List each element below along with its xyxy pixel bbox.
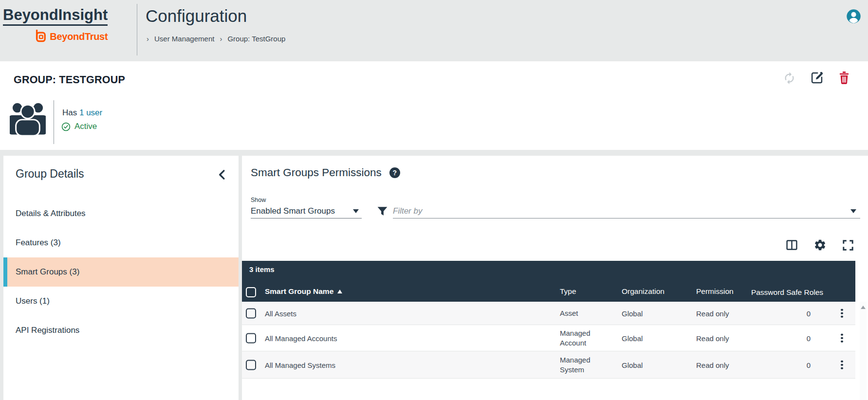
select-all-checkbox[interactable] <box>246 287 256 297</box>
column-header-type[interactable]: Type <box>560 287 576 296</box>
edit-group-icon[interactable] <box>810 71 824 85</box>
row-menu-kebab-icon[interactable] <box>839 358 845 371</box>
has-label: Has <box>62 108 77 117</box>
delete-group-icon[interactable] <box>838 71 850 85</box>
breadcrumb: › User Management › Group: TestGroup <box>147 35 285 43</box>
grid-settings-gear-icon[interactable] <box>813 238 827 252</box>
breadcrumb-group-testgroup: Group: TestGroup <box>227 35 285 43</box>
grid-scrollbar[interactable] <box>860 302 867 400</box>
beyondinsight-app: BeyondInsight BeyondTrust Configuration … <box>0 0 868 400</box>
show-label: Show <box>251 197 266 203</box>
scroll-up-icon[interactable] <box>861 306 866 309</box>
sidebar-item-smart-groups[interactable]: Smart Groups (3) <box>3 257 239 287</box>
sidebar-item-label: Details & Attributes <box>16 209 86 218</box>
row-checkbox[interactable] <box>246 333 256 343</box>
breadcrumb-chevron-icon: › <box>147 35 149 43</box>
group-details-panel: Group Details Details & Attributes Featu… <box>3 156 239 400</box>
row-menu-kebab-icon[interactable] <box>839 331 845 345</box>
cell-type: Asset <box>560 309 605 318</box>
cell-permission: Read only <box>696 334 729 342</box>
chevron-down-icon[interactable] <box>850 209 856 213</box>
beyondtrust-logo-icon <box>35 29 46 45</box>
group-status: Active <box>61 122 97 131</box>
header-divider <box>137 4 137 55</box>
grid-toolbar <box>785 238 854 252</box>
page-title: Configuration <box>146 6 247 26</box>
smart-groups-permissions-panel: Smart Groups Permissions ? Show Enabled … <box>242 156 868 400</box>
cell-type: Managed System <box>560 355 605 375</box>
product-home-link[interactable]: BeyondInsight <box>3 6 108 26</box>
group-actions <box>783 71 850 85</box>
sidebar-item-label: API Registrations <box>16 326 79 335</box>
user-count-link[interactable]: 1 user <box>79 108 102 117</box>
cell-organization: Global <box>622 309 643 317</box>
cell-organization: Global <box>622 361 643 369</box>
cell-permission: Read only <box>696 361 729 369</box>
status-badge: Active <box>74 122 97 131</box>
row-menu-kebab-icon[interactable] <box>839 307 845 320</box>
sidebar-item-details-attributes[interactable]: Details & Attributes <box>3 199 239 228</box>
top-header: BeyondInsight BeyondTrust Configuration … <box>0 0 868 61</box>
filter-funnel-icon <box>376 205 388 218</box>
breadcrumb-chevron-icon: › <box>220 35 222 43</box>
cell-type: Managed Account <box>560 328 605 348</box>
sidebar-item-label: Users (1) <box>16 296 50 306</box>
check-circle-icon <box>61 122 71 131</box>
cell-smart-group-name: All Managed Accounts <box>265 334 337 342</box>
column-header-permission[interactable]: Permission <box>696 287 734 296</box>
table-row[interactable]: All Managed Systems Managed System Globa… <box>242 351 855 379</box>
table-row[interactable]: All Assets Asset Global Read only 0 <box>242 302 855 325</box>
beyondtrust-wordmark: BeyondTrust <box>50 31 108 42</box>
table-row[interactable]: All Managed Accounts Managed Account Glo… <box>242 325 855 351</box>
cell-password-safe-roles: 0 <box>748 361 811 369</box>
help-icon[interactable]: ? <box>389 167 400 178</box>
panel-title: Smart Groups Permissions <box>251 166 382 179</box>
group-people-icon <box>10 99 46 138</box>
group-summary-card: GROUP: TESTGROUP <box>0 61 868 150</box>
chevron-down-icon <box>353 209 359 213</box>
breadcrumb-user-management[interactable]: User Management <box>154 35 214 43</box>
cell-organization: Global <box>622 334 643 342</box>
column-header-password-safe-roles[interactable]: Password Safe Roles <box>748 287 826 297</box>
grid-header-row: Smart Group Name Type Organization Permi… <box>242 277 855 302</box>
brand-row: BeyondTrust <box>3 29 108 45</box>
row-checkbox[interactable] <box>246 308 256 318</box>
cell-permission: Read only <box>696 309 729 317</box>
group-title: GROUP: TESTGROUP <box>14 74 125 86</box>
show-dropdown[interactable]: Enabled Smart Groups <box>251 204 362 218</box>
column-label: Smart Group Name <box>265 287 333 296</box>
group-user-count: Has 1 user <box>62 108 102 118</box>
sidebar-item-features[interactable]: Features (3) <box>3 228 239 257</box>
column-header-organization[interactable]: Organization <box>622 287 665 296</box>
user-avatar-icon[interactable] <box>846 9 861 24</box>
card-divider <box>54 100 54 144</box>
filter-input[interactable] <box>393 206 850 216</box>
brand-block: BeyondInsight BeyondTrust <box>3 6 108 45</box>
sort-ascending-icon <box>337 290 342 293</box>
column-header-smart-group-name[interactable]: Smart Group Name <box>265 287 342 296</box>
filter-field <box>393 204 860 218</box>
sidebar-item-label: Smart Groups (3) <box>16 267 79 277</box>
expand-fullscreen-icon[interactable] <box>842 239 854 252</box>
show-dropdown-value: Enabled Smart Groups <box>251 206 335 216</box>
sidebar-item-label: Features (3) <box>16 238 61 248</box>
sidebar-item-users[interactable]: Users (1) <box>3 287 239 316</box>
items-count: 3 items <box>242 261 855 277</box>
cell-password-safe-roles: 0 <box>748 334 811 342</box>
sidebar-menu: Details & Attributes Features (3) Smart … <box>3 199 239 345</box>
cell-password-safe-roles: 0 <box>748 309 811 317</box>
refresh-icon[interactable] <box>783 72 796 85</box>
row-checkbox[interactable] <box>246 360 256 370</box>
sidebar-item-api-registrations[interactable]: API Registrations <box>3 316 239 345</box>
cell-smart-group-name: All Assets <box>265 309 296 317</box>
column-chooser-icon[interactable] <box>785 238 798 252</box>
collapse-panel-chevron-left-icon[interactable] <box>217 168 228 181</box>
sidebar-title: Group Details <box>16 167 84 181</box>
cell-smart-group-name: All Managed Systems <box>265 361 335 369</box>
smart-groups-grid: 3 items Smart Group Name Type Organizati… <box>242 261 855 379</box>
